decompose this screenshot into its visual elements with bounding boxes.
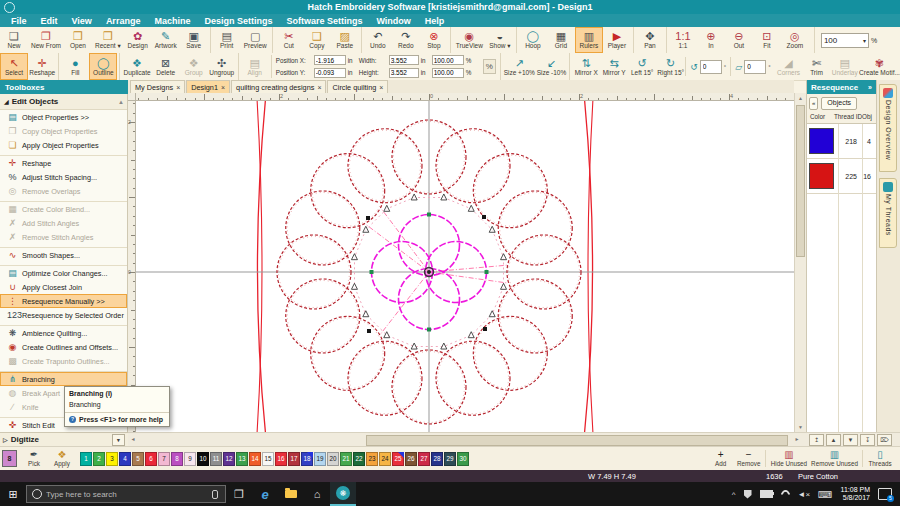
skew-input[interactable] <box>744 60 766 74</box>
scroll-right-arrow[interactable]: ▸ <box>792 435 802 442</box>
toolbar-button[interactable]: ↻ Right 15° <box>656 53 685 80</box>
toolbar-button[interactable]: ◉ TrueView <box>450 27 486 53</box>
toolbar-button[interactable]: ↷ Redo <box>392 27 420 53</box>
menu-item[interactable]: Edit <box>34 16 65 26</box>
palette-swatch[interactable]: 3 <box>106 452 118 466</box>
toolbox-item[interactable]: ✗ Remove Stitch Angles <box>0 230 127 244</box>
hatch-app-button[interactable]: ❋ <box>330 482 356 506</box>
toolbox-item[interactable]: ▩ Create Trapunto Outlines... <box>0 354 127 368</box>
palette-swatch[interactable]: 19 <box>314 452 326 466</box>
toolbar-button[interactable]: ❑ Copy <box>303 27 331 53</box>
task-view-button[interactable]: ❐ <box>226 482 252 506</box>
scrollbar-thumb[interactable] <box>796 105 805 257</box>
toolbar-button[interactable]: ◯ Outline <box>89 53 117 80</box>
palette-swatch[interactable]: 4 <box>119 452 131 466</box>
scale-x-input[interactable] <box>432 55 464 65</box>
toolbar-button[interactable]: ◎ Zoom <box>781 27 809 53</box>
toolbar-button[interactable]: ▢ Preview <box>241 27 270 53</box>
palette-swatch[interactable]: 25 <box>392 452 404 466</box>
palette-swatch[interactable]: 28 <box>431 452 443 466</box>
thread-action-button[interactable]: ▯ Threads <box>862 450 894 467</box>
toolbox-item[interactable]: ◎ Remove Overlaps <box>0 184 127 198</box>
zoom-percent-combo[interactable]: 100▾ % <box>814 27 877 53</box>
toolbar-button[interactable]: ⊡ Fit <box>753 27 781 53</box>
delete-button[interactable]: ⌦ <box>877 434 892 446</box>
scroll-left-arrow[interactable]: ◂ <box>128 435 138 442</box>
toolbar-button[interactable]: ✾ Create Motif... <box>859 53 900 80</box>
toolbar-button[interactable]: ↺ Left 15° <box>628 53 656 80</box>
position-y-input[interactable] <box>314 68 346 78</box>
edge-browser-button[interactable]: e <box>252 482 278 506</box>
palette-swatch[interactable]: 24 <box>379 452 391 466</box>
toolbox-item[interactable]: ✗ Add Stitch Angles <box>0 216 127 230</box>
toolbar-button[interactable]: ▨ Paste <box>331 27 359 53</box>
tab-my-threads[interactable]: My Threads <box>879 178 897 248</box>
toolbar-button[interactable]: ❏ New <box>0 27 28 53</box>
tab-close-icon[interactable]: × <box>176 84 180 91</box>
toolbox-item[interactable]: ⋮ Resequence Manually >> <box>0 294 127 308</box>
palette-swatch[interactable]: 23 <box>366 452 378 466</box>
toolbar-button[interactable]: ◯ Hoop <box>516 27 547 53</box>
action-center-icon[interactable]: 5 <box>878 488 892 500</box>
scroll-up-icon[interactable]: ▲ <box>118 99 124 105</box>
toolbar-button[interactable]: ⊖ Out <box>725 27 753 53</box>
wifi-icon[interactable] <box>779 488 792 501</box>
palette-swatch[interactable]: 30 <box>457 452 469 466</box>
tab-design-overview[interactable]: Design Overview <box>879 84 897 172</box>
collapse-list-button[interactable]: « <box>809 97 818 110</box>
tab-close-icon[interactable]: × <box>379 84 383 91</box>
toolbar-button[interactable]: ▶ Player <box>603 27 631 53</box>
microphone-icon[interactable] <box>212 490 218 499</box>
toolbox-item[interactable]: ❏ Apply Object Properties <box>0 138 127 152</box>
thread-color-swatch[interactable] <box>809 163 834 189</box>
digitize-dropdown-icon[interactable]: ▾ <box>112 434 125 446</box>
width-input[interactable] <box>389 55 419 65</box>
toolbar-button[interactable]: ▣ Save <box>180 27 208 53</box>
rotate-input[interactable] <box>700 60 722 74</box>
toolbar-button[interactable]: ↖ Select <box>0 53 28 80</box>
palette-swatch[interactable]: 11 <box>210 452 222 466</box>
start-button[interactable]: ⊞ <box>0 488 26 501</box>
scrollbar-thumb[interactable] <box>366 435 788 446</box>
toolbar-button[interactable]: ✎ Artwork <box>152 27 180 53</box>
pick-color-button[interactable]: ✒ Pick <box>20 450 48 467</box>
height-input[interactable] <box>389 68 419 78</box>
toolbox-item[interactable]: ⋔ Branching <box>0 371 127 386</box>
toolbox-item[interactable]: ❐ Copy Object Properties <box>0 124 127 138</box>
toolbar-button[interactable]: ❖ Group <box>180 53 208 80</box>
thread-color-swatch[interactable] <box>809 128 834 154</box>
embroidery-design[interactable] <box>136 101 794 432</box>
toolbar-button[interactable]: ❖ Duplicate <box>119 53 151 80</box>
lock-proportions-icon[interactable]: % <box>483 59 496 74</box>
document-tab[interactable]: Design1 × <box>186 80 230 93</box>
palette-swatch[interactable]: 2 <box>93 452 105 466</box>
hidden-icons-button[interactable]: ^ <box>732 490 736 499</box>
palette-swatch[interactable]: 17 <box>288 452 300 466</box>
palette-swatch[interactable]: 20 <box>327 452 339 466</box>
toolbar-button[interactable]: ▤ Underlay <box>831 53 859 80</box>
toolbox-item[interactable]: ▤ Object Properties >> <box>0 110 127 124</box>
store-button[interactable]: ⌂ <box>304 482 330 506</box>
section-digitize[interactable]: ▷ Digitize ▾ <box>0 432 128 446</box>
document-tab[interactable]: My Designs × <box>130 80 185 93</box>
palette-swatch[interactable]: 5 <box>132 452 144 466</box>
toolbox-item[interactable]: ▤ Optimize Color Changes... <box>0 265 127 280</box>
toolbar-button[interactable]: ✥ Pan <box>633 27 664 53</box>
objects-button[interactable]: Objects <box>821 97 857 110</box>
toolbar-button[interactable]: 1:1 1:1 <box>666 27 697 53</box>
scroll-up-arrow[interactable]: ▲ <box>795 93 806 103</box>
toolbar-button[interactable]: ▤ Align <box>238 53 269 80</box>
toolbox-item[interactable]: 123 Resequence by Selected Order <box>0 308 127 322</box>
thread-row[interactable]: 225 16 <box>807 159 876 194</box>
taskbar-clock[interactable]: 11:08 PM 5/8/2017 <box>841 486 870 502</box>
palette-swatch[interactable]: 12 <box>223 452 235 466</box>
toolbar-button[interactable]: ✂ Cut <box>272 27 303 53</box>
menu-item[interactable]: Machine <box>147 16 197 26</box>
palette-swatch[interactable]: 13 <box>236 452 248 466</box>
chevron-down-icon[interactable]: ▾ <box>863 37 866 44</box>
toolbar-button[interactable]: ◢ Corners <box>775 53 803 80</box>
section-edit-objects[interactable]: ◢ Edit Objects ▲ <box>0 94 127 110</box>
toolbar-button[interactable]: ↶ Undo <box>361 27 392 53</box>
menu-item[interactable]: File <box>4 16 34 26</box>
thread-action-button[interactable]: − Remove <box>735 450 763 467</box>
